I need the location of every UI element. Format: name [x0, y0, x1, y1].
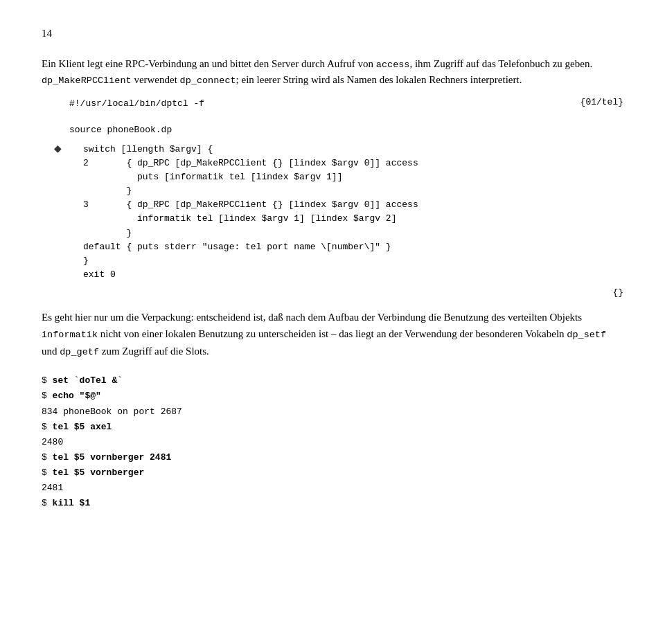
terminal-line-6: $ tel $5 vornberger 2481 — [42, 450, 623, 465]
terminal-line-1: $ set `doTel &` — [42, 373, 623, 388]
terminal-line-7: $ tel $5 vornberger — [42, 465, 623, 481]
paragraph1-text1: Ein Klient legt eine RPC-Verbindung an u… — [42, 58, 376, 69]
paragraph2-text3: und — [42, 346, 60, 357]
annotation-2: {} — [612, 287, 623, 298]
paragraph-2: Es geht hier nur um die Verpackung: ents… — [42, 309, 623, 359]
code-switch-block: switch [llength $argv] { 2 { dp_RPC [dp_… — [83, 143, 623, 282]
paragraph2-code2: dp_setf — [567, 330, 606, 340]
terminal-line-3: 834 phoneBook on port 2687 — [42, 404, 623, 420]
paragraph2-text4: zum Zugriff auf die Slots. — [99, 346, 209, 357]
paragraph2-code1: informatik — [42, 330, 98, 340]
code-source: source phoneBook.dp — [69, 123, 623, 137]
code-section-1: {01/tel} #!/usr/local/bin/dptcl -f — [42, 97, 623, 116]
terminal-line-4: $ tel $5 axel — [42, 420, 623, 435]
terminal-line-2: $ echo "$@" — [42, 388, 623, 404]
terminal-line-9: $ kill $1 — [42, 496, 623, 511]
paragraph1-text3: verwendet — [132, 74, 180, 85]
terminal-section: $ set `doTel &` $ echo "$@" 834 phoneBoo… — [42, 373, 623, 511]
terminal-line-5: 2480 — [42, 435, 623, 450]
page-number: 14 — [42, 28, 623, 39]
paragraph1-code2: dp_MakeRPCClient — [42, 75, 132, 86]
paragraph2-text2: nicht von einer lokalen Benutzung zu unt… — [98, 328, 567, 339]
code-shebang: #!/usr/local/bin/dptcl -f — [69, 97, 623, 111]
paragraph1-code1: access — [376, 60, 410, 70]
code-switch-container: ◆ switch [llength $argv] { 2 { dp_RPC [d… — [42, 143, 623, 282]
paragraph2-text1: Es geht hier nur um die Verpackung: ents… — [42, 312, 582, 323]
paragraph-1: Ein Klient legt eine RPC-Verbindung an u… — [42, 56, 623, 89]
annotation-1: {01/tel} — [580, 97, 623, 107]
annotation2-container: {} — [42, 287, 623, 298]
paragraph1-text2: , ihm Zugriff auf das Telefonbuch zu geb… — [409, 58, 592, 69]
paragraph1-text4: ; ein leerer String wird als Namen des l… — [236, 74, 522, 85]
terminal-line-8: 2481 — [42, 481, 623, 496]
paragraph2-code3: dp_getf — [60, 347, 99, 357]
diamond-marker: ◆ — [54, 143, 62, 154]
paragraph1-code3: dp_connect — [180, 75, 236, 86]
